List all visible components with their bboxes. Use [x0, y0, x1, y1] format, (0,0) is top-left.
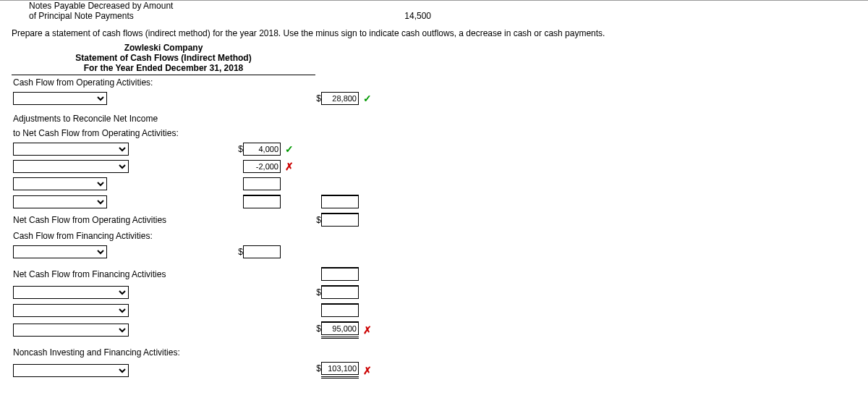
notes-payable-line1: Notes Payable Decreased by Amount	[12, 1, 856, 11]
adjustments-line1: Adjustments to Reconcile Net Income	[12, 111, 221, 126]
post-select-3[interactable]	[13, 324, 129, 337]
cfo-heading: Cash Flow from Operating Activities:	[12, 75, 221, 90]
adj-select-3[interactable]	[13, 177, 107, 190]
adj-select-4[interactable]	[13, 195, 107, 208]
adj-subtotal-input[interactable]	[321, 195, 359, 208]
net-income-input[interactable]	[321, 92, 359, 105]
adj-input-1[interactable]	[243, 143, 281, 156]
notes-payable-line2: of Principal Note Payments	[12, 11, 373, 21]
cross-icon: ✗	[363, 324, 372, 336]
adj-input-2[interactable]	[243, 160, 281, 173]
ncfo-label: Net Cash Flow from Operating Activities	[12, 211, 221, 229]
adjustments-line2: to Net Cash Flow from Operating Activiti…	[12, 126, 221, 140]
check-icon: ✓	[285, 143, 294, 155]
net-income-select[interactable]	[13, 92, 107, 105]
ncff-input[interactable]	[321, 268, 359, 281]
notes-payable-value: 14,500	[373, 11, 431, 21]
post-select-2[interactable]	[13, 304, 129, 317]
adj-input-3[interactable]	[243, 177, 281, 190]
statement-title: Statement of Cash Flows (Indirect Method…	[12, 53, 315, 63]
cross-icon: ✗	[363, 365, 372, 376]
adj-select-2[interactable]	[13, 160, 129, 173]
period-line: For the Year Ended December 31, 2018	[12, 63, 315, 75]
fin-input-1[interactable]	[243, 245, 281, 258]
ncff-label: Net Cash Flow from Financing Activities	[12, 265, 221, 283]
noncash-heading: Noncash Investing and Financing Activiti…	[12, 345, 221, 360]
cross-icon: ✗	[285, 161, 294, 172]
fin-select-1[interactable]	[13, 245, 107, 258]
check-icon: ✓	[363, 93, 372, 104]
cff-heading: Cash Flow from Financing Activities:	[12, 229, 221, 243]
total-a-input[interactable]	[321, 322, 359, 335]
company-name: Zowleski Company	[12, 43, 315, 53]
post-select-1[interactable]	[13, 286, 129, 299]
instruction-text: Prepare a statement of cash flows (indir…	[12, 28, 856, 38]
noncash-select-1[interactable]	[13, 364, 129, 377]
adj-select-1[interactable]	[13, 143, 129, 156]
post-input-2[interactable]	[321, 304, 359, 317]
total-b-input[interactable]	[321, 362, 359, 375]
post-input-1[interactable]	[321, 286, 359, 299]
adj-input-4[interactable]	[243, 195, 281, 208]
ncfo-input[interactable]	[321, 214, 359, 227]
